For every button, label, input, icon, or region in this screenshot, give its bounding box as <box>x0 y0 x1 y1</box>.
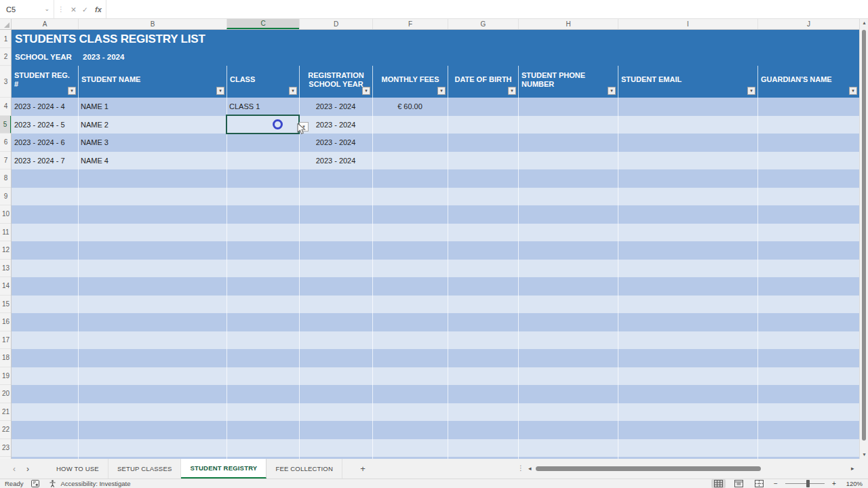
row-header-3[interactable]: 3 <box>0 66 12 98</box>
column-header-F[interactable]: F <box>372 19 448 29</box>
filter-button-G[interactable]: ▾ <box>508 87 516 95</box>
row-header-7[interactable]: 7 <box>0 152 12 170</box>
row-header-12[interactable]: 12 <box>0 241 12 260</box>
zoom-in-button[interactable]: + <box>831 480 837 487</box>
horizontal-scrollbar[interactable] <box>536 466 848 472</box>
table-header-F[interactable]: MONTHLY FEES <box>372 66 448 98</box>
cell-D4[interactable]: 2023 - 2024 <box>299 98 372 116</box>
filter-button-D[interactable]: ▾ <box>362 87 370 95</box>
formula-input[interactable] <box>106 0 868 18</box>
next-sheet-icon[interactable]: › <box>23 464 33 474</box>
enter-icon[interactable]: ✓ <box>79 5 91 14</box>
filter-button-J[interactable]: ▾ <box>849 87 857 95</box>
sheet-title-cell[interactable]: STUDENTS CLASS REGISTRY LIST <box>12 30 859 48</box>
cell-B6[interactable]: NAME 3 <box>78 134 226 152</box>
scroll-up-icon[interactable]: ▴ <box>860 19 868 27</box>
grid-row[interactable] <box>12 313 859 331</box>
row-header-22[interactable]: 22 <box>0 421 12 439</box>
row-header-15[interactable]: 15 <box>0 296 12 314</box>
table-header-D[interactable]: REGISTRATION SCHOOL YEAR <box>299 66 372 98</box>
scrollbar-splitter-handle[interactable]: ⋮ <box>517 464 524 472</box>
column-header-C[interactable]: C <box>226 19 299 29</box>
column-header-J[interactable]: J <box>757 19 859 29</box>
grid-row[interactable] <box>12 367 859 386</box>
grid-row[interactable] <box>12 385 859 403</box>
cell-D5[interactable]: 2023 - 2024 <box>299 116 372 134</box>
table-header-C[interactable]: CLASS <box>226 66 299 98</box>
grid-row[interactable] <box>12 277 859 296</box>
row-header-21[interactable]: 21 <box>0 403 12 422</box>
row-header-6[interactable]: 6 <box>0 134 12 152</box>
sheet-tab-how-to-use[interactable]: HOW TO USE <box>47 459 108 479</box>
grid-row[interactable] <box>12 241 859 260</box>
zoom-slider[interactable] <box>785 483 825 484</box>
accessibility-icon[interactable] <box>47 480 58 487</box>
row-header-2[interactable]: 2 <box>0 48 12 66</box>
column-header-I[interactable]: I <box>618 19 757 29</box>
column-header-B[interactable]: B <box>78 19 226 29</box>
row-header-5[interactable]: 5 <box>0 116 12 134</box>
school-year-cell[interactable]: SCHOOL YEAR2023 - 2024 <box>12 48 859 66</box>
row-header-13[interactable]: 13 <box>0 260 12 278</box>
cell-F4[interactable]: € 60.00 <box>372 98 448 116</box>
horizontal-scrollbar-thumb[interactable] <box>536 466 761 471</box>
table-header-I[interactable]: STUDENT EMAIL <box>618 66 757 98</box>
scroll-down-icon[interactable]: ▾ <box>860 451 868 459</box>
row-header-1[interactable]: 1 <box>0 30 12 48</box>
cell-A7[interactable]: 2023 - 2024 - 7 <box>12 152 78 170</box>
vertical-scrollbar[interactable]: ▴ ▾ <box>859 19 868 459</box>
grid-row[interactable] <box>12 260 859 278</box>
scroll-left-icon[interactable]: ◂ <box>528 465 532 472</box>
grid-row[interactable] <box>12 439 859 458</box>
cell-C4[interactable]: CLASS 1 <box>226 98 299 116</box>
page-layout-view-icon[interactable] <box>732 479 746 488</box>
row-header-18[interactable]: 18 <box>0 349 12 367</box>
grid-row[interactable] <box>12 188 859 206</box>
filter-button-A[interactable]: ▾ <box>68 87 76 95</box>
cancel-icon[interactable]: ✕ <box>68 5 79 14</box>
row-header-23[interactable]: 23 <box>0 439 12 458</box>
row-header-19[interactable]: 19 <box>0 367 12 386</box>
normal-view-icon[interactable] <box>711 479 726 488</box>
grid-row[interactable] <box>12 403 859 422</box>
table-header-J[interactable]: GUARDIAN'S NAME <box>757 66 859 98</box>
vertical-scrollbar-thumb[interactable] <box>862 30 866 441</box>
cell-B5[interactable]: NAME 2 <box>78 116 226 134</box>
accessibility-status-label[interactable]: Accessibility: Investigate <box>60 480 130 487</box>
scroll-right-icon[interactable]: ▸ <box>851 465 854 472</box>
row-header-4[interactable]: 4 <box>0 98 12 116</box>
row-header-14[interactable]: 14 <box>0 277 12 296</box>
grid-row[interactable] <box>12 224 859 242</box>
column-header-G[interactable]: G <box>448 19 518 29</box>
grid-row[interactable] <box>12 205 859 224</box>
row-header-16[interactable]: 16 <box>0 313 12 331</box>
filter-button-B[interactable]: ▾ <box>216 87 224 95</box>
cell-D6[interactable]: 2023 - 2024 <box>299 134 372 152</box>
column-header-D[interactable]: D <box>299 19 372 29</box>
table-header-B[interactable]: STUDENT NAME <box>78 66 226 98</box>
column-header-A[interactable]: A <box>12 19 78 29</box>
sheet-tab-setup-classes[interactable]: SETUP CLASSES <box>108 459 182 479</box>
filter-button-F[interactable]: ▾ <box>437 87 446 95</box>
grid-row[interactable] <box>12 169 859 188</box>
cell-A5[interactable]: 2023 - 2024 - 5 <box>12 116 78 134</box>
grid-row[interactable] <box>12 349 859 367</box>
zoom-out-button[interactable]: − <box>772 480 779 487</box>
page-break-preview-icon[interactable] <box>752 479 766 488</box>
column-header-H[interactable]: H <box>518 19 618 29</box>
row-header-9[interactable]: 9 <box>0 188 12 206</box>
prev-sheet-icon[interactable]: ‹ <box>9 464 19 474</box>
insert-function-icon[interactable]: fx <box>91 5 106 14</box>
cell-D7[interactable]: 2023 - 2024 <box>299 152 372 170</box>
cell-B7[interactable]: NAME 4 <box>78 152 226 170</box>
zoom-slider-thumb[interactable] <box>806 480 810 487</box>
row-header-20[interactable]: 20 <box>0 385 12 403</box>
name-box[interactable]: C5 ⌄ <box>0 0 54 18</box>
grid-row[interactable] <box>12 331 859 350</box>
cell-A4[interactable]: 2023 - 2024 - 4 <box>12 98 78 116</box>
cell-B4[interactable]: NAME 1 <box>78 98 226 116</box>
row-header-10[interactable]: 10 <box>0 205 12 224</box>
row-header-8[interactable]: 8 <box>0 169 12 188</box>
select-all-button[interactable] <box>0 19 12 29</box>
grid-row[interactable] <box>12 421 859 439</box>
